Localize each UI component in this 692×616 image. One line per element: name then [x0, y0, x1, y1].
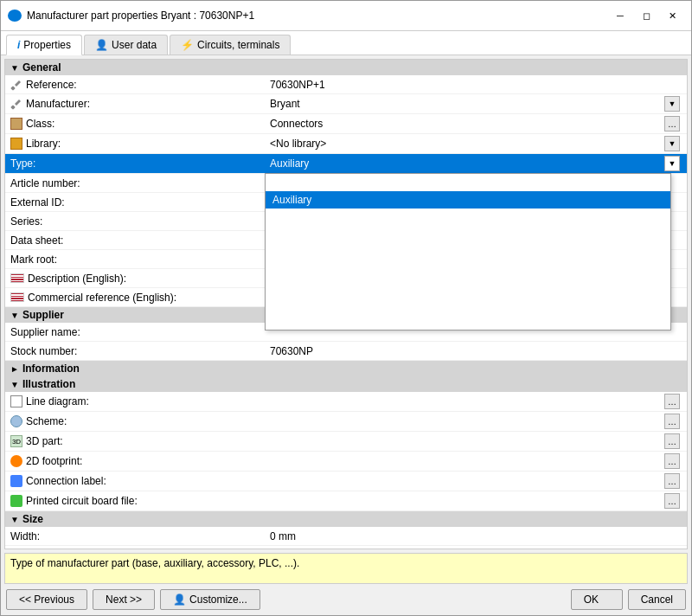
- tab-user-data-label: User data: [112, 39, 157, 51]
- property-series-label: Series:: [5, 214, 265, 229]
- scheme-ellipsis-btn[interactable]: …: [664, 414, 680, 429]
- wrench-icon: [10, 79, 22, 91]
- 3d-part-ellipsis-btn[interactable]: …: [664, 433, 680, 449]
- next-button[interactable]: Next >>: [93, 589, 155, 610]
- tab-user-data[interactable]: 👤 User data: [84, 35, 168, 55]
- window-title: Manufacturer part properties Bryant : 70…: [27, 10, 603, 22]
- property-reference-value: 70630NP+1: [265, 77, 687, 93]
- scheme-icon: [10, 415, 22, 427]
- tab-circuits-label: Circuits, terminals: [197, 39, 279, 51]
- section-size-toggle[interactable]: ▼: [10, 515, 19, 524]
- property-commercial-ref-en-label: Commercial reference (English):: [5, 290, 265, 305]
- svg-rect-1: [10, 105, 16, 110]
- info-icon: i: [17, 39, 20, 51]
- section-information-label: Information: [22, 363, 80, 375]
- connection-label-ellipsis-btn[interactable]: …: [664, 473, 680, 489]
- type-option-auxiliary[interactable]: Auxiliary: [266, 191, 670, 209]
- type-option-module-without[interactable]: Module without interface: [266, 278, 670, 295]
- type-option-accessory[interactable]: Accessory: [266, 209, 670, 226]
- tab-properties-label: Properties: [23, 39, 71, 51]
- type-option-module-with[interactable]: Module with interface: [266, 260, 670, 278]
- type-option-circuit-type[interactable]: Circuit type interface: [266, 312, 670, 330]
- ok-button[interactable]: OK: [571, 589, 623, 610]
- section-illustration-label: Illustration: [22, 378, 75, 390]
- property-scheme: Scheme: …: [5, 412, 687, 432]
- circuit-icon: ⚡: [181, 39, 194, 51]
- section-information-toggle[interactable]: ►: [10, 364, 19, 374]
- property-supplier-name-value[interactable]: [265, 330, 687, 334]
- section-size-header[interactable]: ▼ Size: [5, 511, 687, 527]
- property-external-id-label: External ID:: [5, 195, 265, 210]
- property-connection-label: Connection label: …: [5, 472, 687, 491]
- section-illustration-header[interactable]: ▼ Illustration: [5, 376, 687, 392]
- maximize-button[interactable]: ◻: [634, 6, 658, 25]
- section-supplier-label: Supplier: [22, 309, 64, 321]
- property-pcb-file-value[interactable]: …: [265, 491, 687, 510]
- property-class-label: Class:: [5, 116, 265, 132]
- status-text: Type of manufacturer part (base, auxilia…: [10, 557, 299, 569]
- main-content: ▼ General Reference: 70630NP+1 Manufactu…: [1, 55, 691, 615]
- property-line-diagram-value[interactable]: …: [265, 392, 687, 411]
- property-mark-root-label: Mark root:: [5, 252, 265, 267]
- section-supplier-toggle[interactable]: ▼: [10, 311, 19, 320]
- property-type-value[interactable]: Auxiliary ▼: [265, 154, 687, 173]
- properties-panel: ▼ General Reference: 70630NP+1 Manufactu…: [4, 59, 688, 549]
- user-icon: 👤: [95, 39, 108, 51]
- tab-properties[interactable]: i Properties: [6, 35, 82, 55]
- property-connection-label-value[interactable]: …: [265, 472, 687, 491]
- property-3d-part-label: 3D 3D part:: [5, 433, 265, 449]
- section-illustration-toggle[interactable]: ▼: [10, 380, 19, 389]
- property-manufacturer-value[interactable]: Bryant ▼: [265, 94, 687, 113]
- section-information-header[interactable]: ► Information: [5, 361, 687, 376]
- property-pcb-file: Printed circuit board file: …: [5, 491, 687, 511]
- pcb-file-ellipsis-btn[interactable]: …: [664, 493, 680, 509]
- previous-button[interactable]: << Previous: [6, 589, 87, 610]
- property-reference: Reference: 70630NP+1: [5, 75, 687, 94]
- property-2d-footprint-label: 2D footprint:: [5, 453, 265, 469]
- 3d-icon: 3D: [10, 435, 22, 447]
- section-general-toggle[interactable]: ▼: [10, 63, 19, 73]
- 2d-icon: [10, 455, 22, 467]
- section-general-label: General: [22, 61, 61, 74]
- type-option-rack[interactable]: Rack: [266, 243, 670, 260]
- property-height: Height: 0 mm: [5, 546, 687, 549]
- type-dropdown-menu: Base Auxiliary Accessory PLC Rack Module…: [265, 173, 671, 330]
- property-type-label: Type:: [5, 156, 265, 171]
- property-supplier-name-label: Supplier name:: [5, 324, 265, 340]
- property-library-label: Library:: [5, 136, 265, 151]
- minimize-button[interactable]: ─: [608, 6, 632, 25]
- type-option-point-type[interactable]: Point type interface: [266, 295, 670, 312]
- property-width: Width: 0 mm: [5, 527, 687, 546]
- manufacturer-dropdown-btn[interactable]: ▼: [664, 96, 680, 112]
- type-dropdown-btn[interactable]: ▼: [664, 156, 680, 171]
- flag-us-icon: [10, 273, 24, 283]
- property-description-en-label: Description (English):: [5, 271, 265, 286]
- 2d-footprint-ellipsis-btn[interactable]: …: [664, 453, 680, 469]
- cancel-button[interactable]: Cancel: [628, 589, 686, 610]
- section-size-label: Size: [22, 513, 43, 525]
- type-option-plc[interactable]: PLC: [266, 226, 670, 243]
- property-article-number-label: Article number:: [5, 176, 265, 191]
- property-stock-number: Stock number: 70630NP: [5, 342, 687, 361]
- property-2d-footprint-value[interactable]: …: [265, 452, 687, 471]
- window-controls: ─ ◻ ✕: [608, 6, 684, 25]
- box-icon: [10, 118, 22, 130]
- line-diagram-ellipsis-btn[interactable]: …: [664, 394, 680, 409]
- section-general-header[interactable]: ▼ General: [5, 60, 687, 75]
- property-class-value[interactable]: Connectors …: [265, 114, 687, 133]
- pcb-icon: [10, 495, 22, 507]
- property-library-value[interactable]: <No library> ▼: [265, 134, 687, 153]
- close-button[interactable]: ✕: [660, 6, 684, 25]
- property-data-sheet-label: Data sheet:: [5, 233, 265, 248]
- class-ellipsis-btn[interactable]: …: [664, 116, 680, 132]
- property-3d-part-value[interactable]: …: [265, 432, 687, 451]
- property-connection-label-label: Connection label:: [5, 473, 265, 489]
- tab-circuits[interactable]: ⚡ Circuits, terminals: [170, 35, 291, 55]
- property-stock-number-value: 70630NP: [265, 343, 687, 359]
- type-option-base[interactable]: Base: [266, 174, 670, 191]
- customize-button[interactable]: 👤 Customize...: [160, 589, 260, 610]
- property-3d-part: 3D 3D part: …: [5, 432, 687, 452]
- property-width-value: 0 mm: [265, 529, 687, 544]
- property-scheme-value[interactable]: …: [265, 412, 687, 431]
- library-dropdown-btn[interactable]: ▼: [664, 136, 680, 151]
